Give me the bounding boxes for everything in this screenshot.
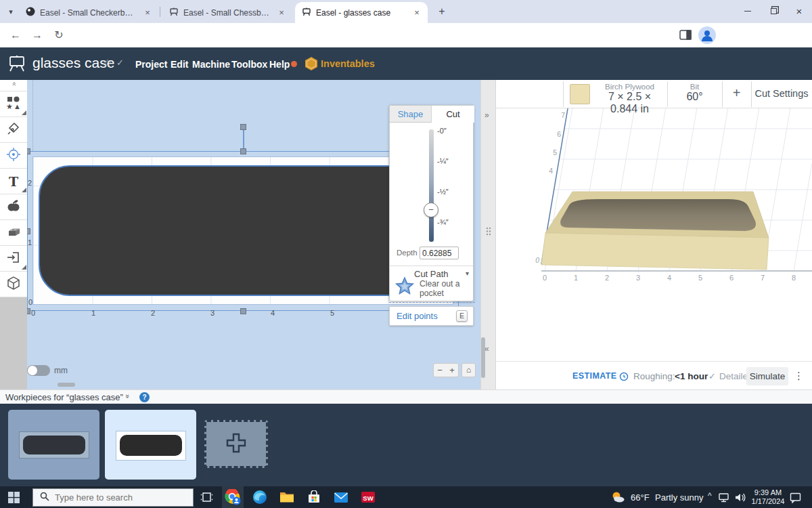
collapse-left-icon[interactable]: «: [484, 344, 489, 354]
tab-shape[interactable]: Shape: [390, 106, 432, 123]
cut-path-caret-icon[interactable]: ▾: [466, 270, 469, 277]
edit-points-bar[interactable]: Edit points E: [389, 306, 474, 326]
browser-tab-active[interactable]: Easel - glasses case ×: [295, 2, 428, 23]
chrome-taskbar-icon[interactable]: [219, 486, 246, 508]
taskbar-search[interactable]: [32, 488, 194, 507]
toolbar-collapse-icon[interactable]: »: [0, 80, 27, 91]
svg-text:4: 4: [549, 167, 553, 175]
menu-edit[interactable]: Edit: [171, 59, 188, 70]
blocks-tool-button[interactable]: [0, 220, 27, 246]
add-workpiece-button[interactable]: [204, 420, 268, 468]
workpiece-card-1[interactable]: [8, 410, 99, 480]
solidworks-icon[interactable]: SW: [355, 486, 382, 508]
zoom-in-icon[interactable]: +: [446, 364, 458, 377]
start-button[interactable]: [0, 486, 27, 508]
workpiece-card-2-selected[interactable]: [105, 410, 196, 480]
vertical-scrollbar[interactable]: [481, 337, 485, 378]
tab-close-icon[interactable]: ×: [142, 7, 153, 18]
easel-logo-icon[interactable]: [7, 54, 27, 76]
zoom-out-icon[interactable]: −: [434, 364, 446, 377]
search-input[interactable]: [55, 492, 183, 503]
depth-slider-track[interactable]: [429, 129, 434, 242]
zoom-controls: − +: [433, 363, 459, 377]
weather-icon[interactable]: [608, 486, 628, 508]
mail-icon[interactable]: [328, 486, 355, 508]
preview-3d-viewport[interactable]: 7 6 5 4 0 0 1 2 3 4 5 6 7 8: [496, 108, 812, 361]
preview-header: Birch Plywood 7 × 2.5 × 0.844 in Bit 60°…: [496, 80, 812, 108]
simulate-button[interactable]: Simulate: [746, 367, 788, 385]
ruler-x-label: 2: [151, 309, 155, 317]
network-icon[interactable]: [716, 486, 732, 508]
action-center-icon[interactable]: [785, 486, 805, 508]
window-restore-icon[interactable]: [762, 0, 785, 22]
shapes-tool-button[interactable]: ★▲: [0, 91, 27, 117]
tray-expand-chevron-icon[interactable]: ^: [708, 491, 712, 501]
cut-path-label[interactable]: Cut Path: [414, 269, 449, 279]
carved-workpiece-3d: [541, 192, 769, 270]
zoom-home-icon[interactable]: ⌂: [461, 363, 476, 377]
tab-title: Easel - glasses case: [316, 8, 407, 18]
easel-favicon-icon: [302, 7, 311, 18]
unit-toggle[interactable]: [27, 365, 50, 376]
unit-mm-label: mm: [54, 366, 68, 375]
bit-cell[interactable]: Bit 60°: [667, 83, 722, 103]
browser-tab-2[interactable]: Easel - Small Chessboard ×: [162, 2, 292, 23]
tab-close-icon[interactable]: ×: [276, 7, 287, 18]
menu-help[interactable]: Help: [269, 59, 290, 70]
edit-points-label[interactable]: Edit points: [397, 311, 456, 321]
design-library-button[interactable]: [0, 194, 27, 220]
temperature-label[interactable]: 66°F: [631, 492, 650, 503]
inventables-brand[interactable]: Inventables: [321, 58, 375, 69]
menu-project[interactable]: Project: [135, 59, 167, 70]
cut-settings-button[interactable]: Cut Settings: [751, 88, 812, 99]
microsoft-store-icon[interactable]: [300, 486, 328, 508]
text-tool-button[interactable]: T: [0, 169, 27, 194]
tab-divider: [160, 7, 160, 17]
expand-right-icon[interactable]: »: [484, 110, 489, 120]
material-swatch[interactable]: [570, 84, 590, 104]
workpieces-collapse-icon[interactable]: »: [126, 392, 130, 400]
menu-toolbox[interactable]: Toolbox: [231, 59, 267, 70]
menu-machine[interactable]: Machine: [192, 59, 230, 70]
estimate-kebab-icon[interactable]: ⋮: [794, 370, 804, 382]
new-tab-icon[interactable]: +: [434, 4, 449, 19]
browser-tab-1[interactable]: Easel - Small Checkerboard ×: [19, 2, 158, 23]
back-icon[interactable]: ←: [7, 26, 24, 44]
tab-close-icon[interactable]: ×: [411, 7, 422, 18]
horizontal-scrollbar[interactable]: [58, 383, 75, 387]
preview-3d-button[interactable]: [0, 272, 27, 297]
profile-avatar[interactable]: [698, 26, 716, 47]
origin-tool-button[interactable]: [0, 143, 27, 169]
import-tool-button[interactable]: [0, 246, 27, 272]
forward-icon[interactable]: →: [28, 26, 46, 44]
side-panel-icon[interactable]: [679, 30, 692, 43]
reload-icon[interactable]: ↻: [50, 26, 68, 44]
tab-cut[interactable]: Cut: [432, 106, 474, 123]
svg-text:0: 0: [535, 256, 539, 264]
panel-divider-strip[interactable]: » «: [480, 80, 496, 389]
window-minimize-icon[interactable]: [736, 0, 759, 22]
selection-handle[interactable]: [240, 148, 246, 154]
depth-slider-handle[interactable]: −: [424, 203, 438, 217]
ruler-x-label: 1: [91, 309, 95, 317]
tab-search-chevron-icon[interactable]: ▾: [4, 5, 18, 18]
inventables-logo-icon[interactable]: [304, 56, 318, 73]
task-view-icon[interactable]: [195, 486, 218, 508]
text-icon: T: [9, 174, 18, 189]
selection-handle[interactable]: [240, 308, 246, 314]
estimate-label[interactable]: ESTIMATE: [572, 371, 616, 381]
volume-icon[interactable]: [732, 486, 748, 508]
weather-label[interactable]: Partly sunny: [655, 492, 704, 503]
favorite-star-icon[interactable]: ☆: [103, 57, 112, 69]
add-bit-button[interactable]: +: [722, 85, 751, 101]
help-icon[interactable]: ?: [139, 392, 150, 402]
time-label: 9:39 AM: [748, 488, 788, 497]
depth-input[interactable]: [420, 247, 459, 259]
window-close-icon[interactable]: ×: [788, 0, 811, 22]
clock[interactable]: 9:39 AM 1/17/2024: [748, 488, 788, 506]
rotation-handle[interactable]: [240, 124, 246, 130]
file-explorer-icon[interactable]: [273, 486, 300, 508]
edge-taskbar-icon[interactable]: [246, 486, 273, 508]
drag-grip-icon[interactable]: [486, 226, 491, 238]
pen-tool-button[interactable]: [0, 117, 27, 143]
